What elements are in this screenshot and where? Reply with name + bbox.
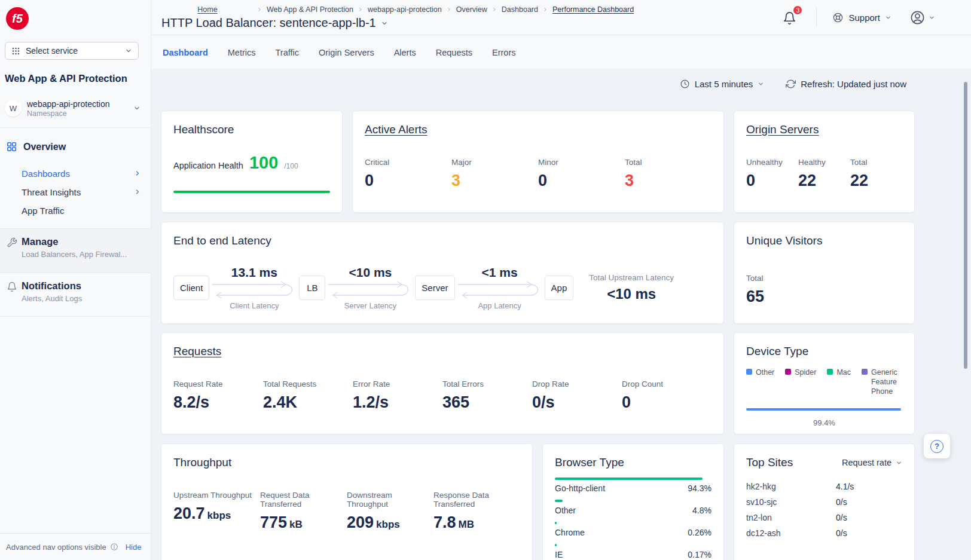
wrench-icon — [7, 237, 17, 248]
notification-count-badge: 3 — [792, 5, 803, 16]
browser-row-other: Other 4.8% — [555, 500, 712, 515]
tab-dashboard[interactable]: Dashboard — [163, 48, 208, 61]
chevron-down-icon — [885, 14, 891, 21]
app-latency-value: <1 ms — [481, 265, 517, 280]
question-mark-icon: ? — [930, 440, 943, 453]
breadcrumb-service[interactable]: Web App & API Protection — [267, 5, 353, 14]
top-sites-card: Top Sites Request rate hk2-hkg 4.1/s sv1… — [734, 443, 915, 560]
namespace-name: webapp-api-protection — [27, 99, 110, 109]
requests-card: Requests Request Rate 8.2/s Total Reques… — [161, 332, 724, 434]
visitors-total-value: 65 — [746, 287, 902, 306]
unhealthy-stat: Unhealthy 0 — [746, 158, 798, 190]
requests-link[interactable]: Requests — [173, 345, 712, 358]
breadcrumb-home[interactable]: Home — [163, 5, 252, 14]
other-swatch — [746, 369, 752, 375]
breadcrumb-dashboard[interactable]: Dashboard — [502, 5, 538, 14]
breadcrumb-performance-dashboard[interactable]: Performance Dashboard — [552, 5, 634, 14]
support-menu[interactable]: Support — [832, 12, 891, 23]
latency-arrows-icon — [455, 280, 545, 300]
select-service-dropdown[interactable]: Select service — [5, 42, 139, 60]
healthy-stat: Healthy 22 — [798, 158, 850, 190]
active-alerts-link[interactable]: Active Alerts — [365, 123, 712, 136]
top-sites-title: Top Sites — [746, 456, 793, 469]
notifications-bell-button[interactable]: 3 — [783, 8, 798, 26]
refresh-button[interactable]: Refresh: Updated just now — [786, 79, 906, 89]
chrome-label: Chrome — [555, 528, 585, 537]
namespace-type-label: Namespace — [27, 109, 110, 118]
header-divider — [151, 35, 971, 35]
manage-subtitle: Load Balancers, App Firewal... — [22, 250, 151, 259]
device-type-title: Device Type — [746, 345, 902, 358]
manage-label: Manage — [22, 236, 151, 247]
overview-grid-icon — [6, 141, 17, 152]
namespace-selector[interactable]: W webapp-api-protection Namespace — [5, 96, 146, 121]
total-upstream-value: <10 ms — [589, 286, 674, 302]
other-browser-percent: 4.8% — [692, 506, 712, 515]
breadcrumb-namespace[interactable]: webapp-api-protection — [368, 5, 442, 14]
minor-alerts-stat: Minor 0 — [538, 158, 625, 190]
time-range-dropdown[interactable]: Last 5 minutes — [680, 79, 765, 89]
help-button[interactable]: ? — [924, 434, 950, 458]
client-latency-link: 13.1 ms Client Latency — [209, 265, 299, 310]
legend-item-other: Other — [746, 368, 774, 396]
top-sites-sort-dropdown[interactable]: Request rate — [842, 458, 902, 467]
chevron-down-icon — [896, 460, 902, 466]
title-chevron-down-icon[interactable] — [381, 20, 388, 27]
site-rate: 4.1/s — [836, 482, 854, 491]
account-menu[interactable] — [909, 10, 935, 26]
ie-bar — [555, 544, 557, 546]
time-range-label: Last 5 minutes — [695, 79, 753, 89]
sidebar-item-app-traffic[interactable]: App Traffic — [22, 203, 141, 218]
site-row-dc12-ash: dc12-ash 0/s — [746, 525, 902, 541]
origin-servers-link[interactable]: Origin Servers — [746, 123, 902, 136]
f5-logo[interactable]: f5 — [6, 7, 29, 30]
downstream-throughput-label: Downstream Throughput — [347, 491, 419, 509]
minor-value: 0 — [538, 172, 625, 190]
tab-traffic[interactable]: Traffic — [275, 48, 298, 61]
critical-value: 0 — [365, 172, 451, 190]
legend-item-generic-feature-phone: Generic Feature Phone — [862, 368, 902, 396]
throughput-card: Throughput Upstream Throughput 20.7kbps … — [161, 443, 533, 560]
browser-row-chrome: Chrome 0.26% — [555, 522, 712, 537]
support-label: Support — [848, 13, 880, 23]
tab-origin-servers[interactable]: Origin Servers — [319, 48, 374, 61]
upstream-throughput-label: Upstream Throughput — [173, 491, 260, 500]
service-title: Web App & API Protection — [5, 73, 127, 84]
go-http-client-label: Go-http-client — [555, 484, 605, 493]
tab-requests[interactable]: Requests — [436, 48, 472, 61]
tab-errors[interactable]: Errors — [492, 48, 515, 61]
drop-count-label: Drop Count — [622, 380, 712, 388]
breadcrumb-overview[interactable]: Overview — [456, 5, 487, 14]
browser-type-card: Browser Type Go-http-client 94.3% Other … — [542, 443, 724, 560]
sidebar-item-notifications[interactable]: Notifications Alerts, Audit Logs — [0, 273, 151, 317]
total-errors-stat: Total Errors 365 — [442, 380, 532, 412]
total-requests-value: 2.4K — [263, 393, 353, 412]
sidebar-item-threat-insights[interactable]: Threat Insights — [22, 185, 141, 199]
device-type-card: Device Type Other Spider Mac Generic Fea… — [734, 332, 915, 434]
app-latency-label: App Latency — [478, 301, 521, 310]
other-browser-bar — [555, 500, 563, 502]
tab-alerts[interactable]: Alerts — [394, 48, 416, 61]
server-latency-value: <10 ms — [349, 265, 392, 280]
breadcrumb: Home Web App & API Protection webapp-api… — [163, 5, 634, 14]
downstream-throughput-stat: Downstream Throughput 209kbps — [347, 491, 433, 532]
response-data-unit: MB — [459, 519, 474, 530]
hide-nav-link[interactable]: Hide — [126, 543, 142, 552]
other-legend-label: Other — [756, 368, 774, 377]
divider — [0, 127, 151, 128]
request-data-stat: Request Data Transferred 775kB — [260, 491, 347, 532]
sidebar-item-manage[interactable]: Manage Load Balancers, App Firewal... — [0, 228, 151, 273]
total-upstream-latency: Total Upstream Latency <10 ms — [589, 273, 674, 302]
tab-metrics[interactable]: Metrics — [228, 48, 256, 61]
vertical-scrollbar[interactable] — [964, 82, 967, 369]
sidebar-item-dashboards[interactable]: Dashboards — [22, 166, 141, 180]
total-requests-label: Total Requests — [263, 380, 353, 388]
device-type-bar — [746, 408, 901, 411]
breadcrumb-separator-icon — [542, 7, 548, 13]
browser-row-go-http-client: Go-http-client 94.3% — [555, 478, 712, 493]
client-latency-label: Client Latency — [230, 301, 279, 310]
app-node: App — [545, 276, 574, 300]
drop-rate-value: 0/s — [532, 393, 622, 412]
device-type-legend: Other Spider Mac Generic Feature Phone — [746, 368, 902, 396]
sidebar-item-overview[interactable]: Overview — [6, 141, 66, 152]
